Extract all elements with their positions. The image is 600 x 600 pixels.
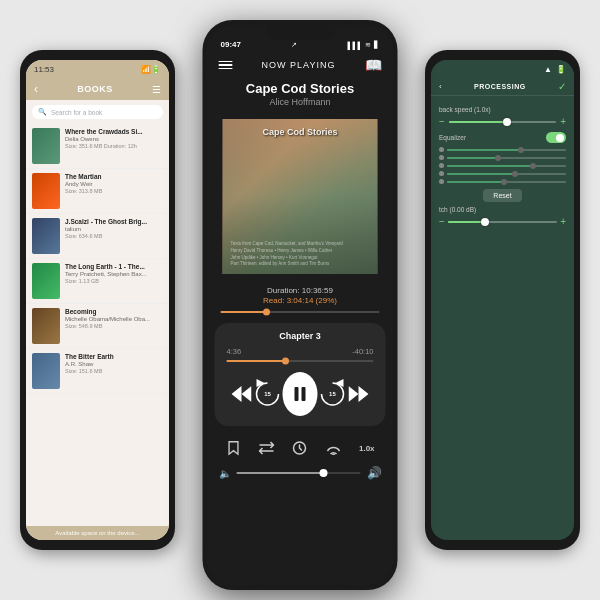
wifi-status-icon: ≋: [365, 41, 371, 49]
scene: 11:53 📶🔋 ‹ BOOKS ☰ 🔍 Search for a book W…: [10, 10, 590, 590]
back-button[interactable]: ‹: [34, 82, 38, 96]
status-icons: ▌▌▌ ≋ ▋: [348, 41, 380, 49]
hamburger-line: [219, 61, 233, 63]
battery-icon: 🔋: [556, 65, 566, 74]
center-phone: 09:47 ↗ ▌▌▌ ≋ ▋ NOW PLAYING 📖: [203, 20, 398, 590]
signal-icon: ▌▌▌: [348, 42, 363, 49]
skip-forward-button[interactable]: 15: [317, 379, 347, 409]
book-meta: Size: 1.13 GB: [65, 278, 163, 284]
skip-back-button[interactable]: 15: [253, 379, 283, 409]
center-book-author: Alice Hoffmann: [217, 97, 384, 107]
eq-band-4[interactable]: [439, 171, 566, 176]
progress-bar-fill: [221, 311, 267, 313]
progress-section: Duration: 10:36:59 Read: 3:04:14 (29%): [207, 278, 394, 317]
book-meta: Size: 351.6 MB Duration: 12h: [65, 143, 163, 149]
rewind-button[interactable]: [231, 380, 253, 408]
hamburger-line: [219, 64, 233, 66]
menu-icon[interactable]: ☰: [152, 84, 161, 95]
play-pause-button[interactable]: [283, 372, 318, 416]
eq-band-3[interactable]: [439, 163, 566, 168]
volume-low-icon: 🔈: [219, 468, 231, 479]
volume-slider[interactable]: [237, 472, 361, 474]
right-back-button[interactable]: ‹: [439, 82, 442, 91]
book-info: Becoming Michelle Obama/Michelle Oba... …: [65, 308, 163, 329]
list-item[interactable]: J.Scalzi - The Ghost Brig... talium Size…: [26, 214, 169, 259]
eq-track[interactable]: [447, 157, 566, 159]
duration-text: Duration: 10:36:59: [221, 286, 380, 295]
skip-forward-label: 15: [329, 391, 336, 397]
volume-fill: [237, 472, 324, 474]
bookmark-button[interactable]: [221, 436, 245, 460]
speed-label: back speed (1.0x): [439, 106, 566, 113]
hamburger-menu-button[interactable]: [219, 61, 233, 70]
eq-band-1[interactable]: [439, 147, 566, 152]
left-status-bar: 11:53 📶🔋: [26, 60, 169, 78]
eq-track[interactable]: [447, 149, 566, 151]
checkmark-icon[interactable]: ✓: [558, 81, 566, 92]
chapter-elapsed: 4:36: [227, 347, 242, 356]
right-status-bar: ▲ 🔋: [431, 60, 574, 78]
read-text: Read: 3:04:14 (29%): [221, 296, 380, 305]
minus-button[interactable]: −: [439, 117, 445, 127]
center-screen: 09:47 ↗ ▌▌▌ ≋ ▋ NOW PLAYING 📖: [207, 25, 394, 585]
eq-fill: [447, 149, 518, 151]
chapter-section: Chapter 3 4:36 -40:10: [215, 323, 386, 426]
equalizer-label: Equalizer: [439, 134, 466, 141]
loop-button[interactable]: [255, 436, 279, 460]
pause-icon: [295, 387, 306, 401]
eq-dot: [439, 147, 444, 152]
eq-track[interactable]: [447, 165, 566, 167]
list-item[interactable]: The Bitter Earth A.R. Shaw Size: 151.6 M…: [26, 349, 169, 394]
book-title: The Martian: [65, 173, 163, 181]
pitch-plus-button[interactable]: +: [560, 217, 566, 227]
pitch-slider-fill: [448, 221, 481, 223]
speed-slider-row: − +: [439, 117, 566, 127]
pitch-label: tch (0.00 dB): [439, 206, 566, 213]
left-icons: 📶🔋: [141, 65, 161, 74]
eq-thumb: [530, 163, 536, 169]
airplay-button[interactable]: [321, 436, 345, 460]
list-item[interactable]: The Long Earth - 1 - The... Terry Pratch…: [26, 259, 169, 304]
speed-button[interactable]: 1.0x: [355, 436, 379, 460]
now-playing-header: NOW PLAYING 📖: [207, 53, 394, 79]
hamburger-line: [219, 68, 233, 70]
book-meta: Size: 634.6 MB: [65, 233, 163, 239]
book-info: J.Scalzi - The Ghost Brig... talium Size…: [65, 218, 163, 239]
speed-slider-fill: [449, 121, 503, 123]
eq-band-2[interactable]: [439, 155, 566, 160]
list-item[interactable]: Where the Crawdads Si... Delia Owens Siz…: [26, 124, 169, 169]
notch: [265, 20, 335, 40]
speed-slider[interactable]: [449, 121, 556, 123]
search-bar[interactable]: 🔍 Search for a book: [32, 105, 163, 119]
center-book-title: Cape Cod Stories: [217, 81, 384, 96]
main-progress-bar[interactable]: [221, 311, 380, 313]
svg-point-7: [332, 454, 335, 456]
eq-track[interactable]: [447, 181, 566, 183]
book-meta: Size: 313.8 MB: [65, 188, 163, 194]
plus-button[interactable]: +: [560, 117, 566, 127]
pitch-slider[interactable]: [448, 221, 557, 223]
pitch-slider-thumb: [481, 218, 489, 226]
list-item[interactable]: The Martian Andy Weir Size: 313.8 MB: [26, 169, 169, 214]
book-title: The Long Earth - 1 - The...: [65, 263, 163, 271]
book-author: Michelle Obama/Michelle Oba...: [65, 316, 163, 322]
toggle-thumb: [556, 134, 564, 142]
pitch-minus-button[interactable]: −: [439, 217, 445, 227]
fastforward-button[interactable]: [347, 380, 369, 408]
battery-status-icon: ▋: [374, 41, 379, 49]
sleep-timer-button[interactable]: [288, 436, 312, 460]
eq-track[interactable]: [447, 173, 566, 175]
reset-button[interactable]: Reset: [483, 189, 521, 202]
book-info: The Long Earth - 1 - The... Terry Pratch…: [65, 263, 163, 284]
book-author: Terry Pratchett, Stephen Bax...: [65, 271, 163, 277]
equalizer-toggle[interactable]: [546, 132, 566, 143]
eq-band-5[interactable]: [439, 179, 566, 184]
list-item[interactable]: Becoming Michelle Obama/Michelle Oba... …: [26, 304, 169, 349]
eq-dot: [439, 171, 444, 176]
chapter-progress-bar[interactable]: [227, 360, 374, 362]
right-title: PROCESSING: [474, 83, 526, 90]
cover-art: Cape Cod Stories Texts from Cape Cod, Na…: [223, 119, 378, 274]
library-icon-button[interactable]: 📖: [365, 57, 382, 73]
book-meta: Size: 548.9 MB: [65, 323, 163, 329]
book-info-section: Cape Cod Stories Alice Hoffmann: [207, 79, 394, 113]
